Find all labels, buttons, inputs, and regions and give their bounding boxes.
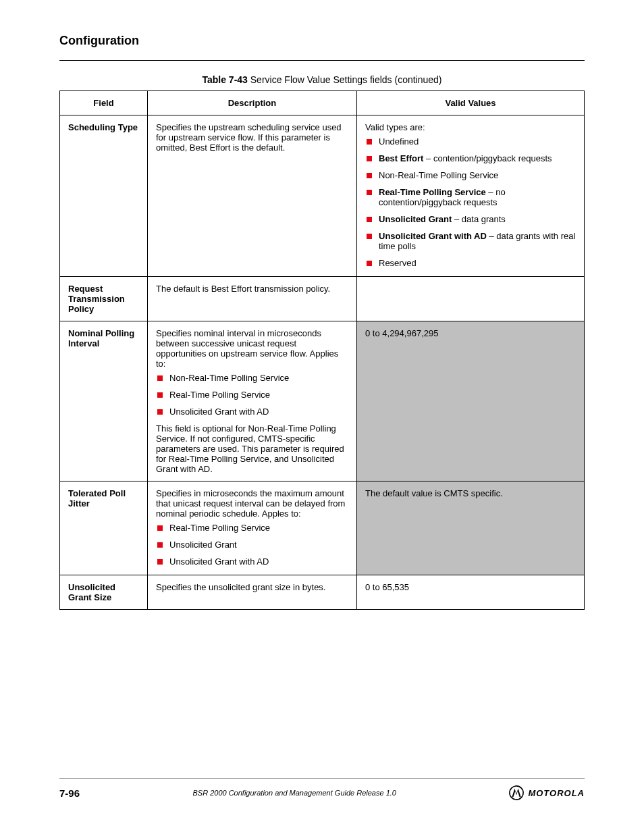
desc-scheduling-type: Specifies the upstream scheduling servic…	[148, 115, 357, 277]
valid-nominal-polling: 0 to 4,294,967,295	[357, 321, 585, 481]
desc-pre: Specifies in microseconds the maximum am…	[156, 488, 348, 519]
svg-point-0	[510, 786, 523, 800]
list-item: Undefined	[379, 136, 576, 147]
desc-unsolicited-grant: Specifies the unsolicited grant size in …	[148, 575, 357, 610]
bullet-icon	[157, 375, 163, 381]
scheduling-type-list: Undefined Best Effort – contention/piggy…	[365, 136, 576, 268]
bullet-icon	[157, 525, 163, 531]
list-item: Unsolicited Grant with AD – data grants …	[379, 231, 576, 251]
nominal-polling-list: Non-Real-Time Polling Service Real-Time …	[156, 373, 348, 417]
valid-scheduling-type: Valid types are: Undefined Best Effort –…	[357, 115, 585, 277]
desc-nominal-polling: Specifies nominal interval in microsecon…	[148, 321, 357, 481]
table-header-row: Field Description Valid Values	[60, 91, 585, 115]
brand-text: MOTOROLA	[528, 788, 585, 798]
list-item: Unsolicited Grant with AD	[169, 407, 348, 417]
field-scheduling-type: Scheduling Type	[60, 115, 148, 277]
bullet-icon	[157, 559, 163, 565]
bullet-icon	[367, 139, 372, 145]
bullet-icon	[367, 234, 372, 239]
page-number: 7-96	[59, 787, 80, 799]
list-item: Real-Time Polling Service – no contentio…	[379, 187, 576, 207]
list-item: Unsolicited Grant with AD	[169, 556, 348, 567]
header-rule	[59, 60, 585, 61]
bullet-icon	[367, 261, 372, 266]
guide-title: BSR 2000 Configuration and Management Gu…	[192, 789, 396, 797]
list-item: Real-Time Polling Service	[169, 390, 348, 400]
desc-pre: Specifies nominal interval in microsecon…	[156, 328, 348, 369]
table-row: Request Transmission Policy The default …	[60, 277, 585, 321]
list-item: Non-Real-Time Polling Service	[169, 373, 348, 383]
bullet-icon	[157, 542, 163, 548]
valid-pre-text: Valid types are:	[365, 122, 576, 132]
table-caption-prefix: Table 7-43	[202, 74, 247, 85]
col-valid: Valid Values	[357, 91, 585, 115]
list-item: Unsolicited Grant	[169, 540, 348, 550]
valid-unsolicited-grant: 0 to 65,535	[357, 575, 585, 610]
table-row: Unsolicited Grant Size Specifies the uns…	[60, 575, 585, 610]
motorola-icon	[509, 785, 524, 800]
bullet-icon	[157, 409, 163, 415]
list-item: Best Effort – contention/piggyback reque…	[379, 153, 576, 163]
field-unsolicited-grant: Unsolicited Grant Size	[60, 575, 148, 610]
bullet-icon	[367, 190, 372, 195]
list-item: Reserved	[379, 258, 576, 268]
footer-rule	[59, 778, 585, 779]
page-root: Configuration Table 7-43 Service Flow Va…	[0, 0, 644, 834]
desc-req-trans-policy: The default is Best Effort transmission …	[148, 277, 357, 321]
bullet-icon	[367, 217, 372, 222]
poll-jitter-list: Real-Time Polling Service Unsolicited Gr…	[156, 523, 348, 567]
desc-post: This field is optional for Non-Real-Time…	[156, 423, 348, 474]
config-table: Field Description Valid Values Schedulin…	[59, 90, 585, 610]
chapter-title: Configuration	[59, 34, 139, 48]
table-row: Nominal Polling Interval Specifies nomin…	[60, 321, 585, 481]
page-footer: 7-96 BSR 2000 Configuration and Manageme…	[59, 778, 585, 800]
bullet-icon	[157, 392, 163, 398]
list-item: Unsolicited Grant – data grants	[379, 214, 576, 224]
table-caption: Table 7-43 Service Flow Value Settings f…	[59, 74, 585, 85]
table-caption-title: Service Flow Value Settings fields (cont…	[250, 74, 442, 85]
bullet-icon	[367, 173, 372, 178]
bullet-icon	[367, 156, 372, 161]
col-description: Description	[148, 91, 357, 115]
table-row: Tolerated Poll Jitter Specifies in micro…	[60, 481, 585, 575]
desc-poll-jitter: Specifies in microseconds the maximum am…	[148, 481, 357, 575]
page-header: Configuration	[59, 34, 585, 48]
col-field: Field	[60, 91, 148, 115]
table-row: Scheduling Type Specifies the upstream s…	[60, 115, 585, 277]
list-item: Real-Time Polling Service	[169, 523, 348, 533]
valid-poll-jitter: The default value is CMTS specific.	[357, 481, 585, 575]
field-poll-jitter: Tolerated Poll Jitter	[60, 481, 148, 575]
field-req-trans-policy: Request Transmission Policy	[60, 277, 148, 321]
field-nominal-polling: Nominal Polling Interval	[60, 321, 148, 481]
valid-req-trans-policy	[357, 277, 585, 321]
list-item: Non-Real-Time Polling Service	[379, 170, 576, 180]
brand-logo: MOTOROLA	[509, 785, 585, 800]
